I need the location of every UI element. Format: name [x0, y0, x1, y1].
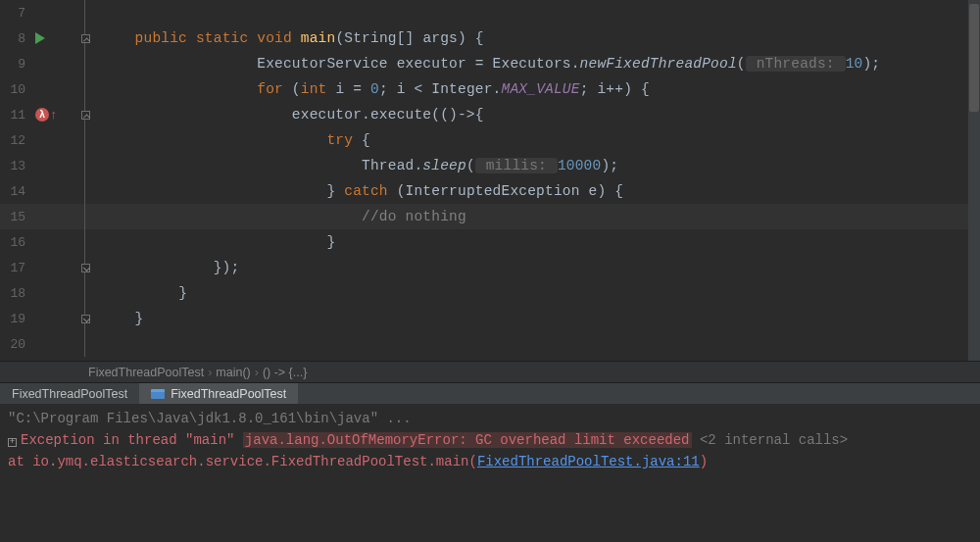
- run-tab-bar: FixedThreadPoolTest FixedThreadPoolTest: [0, 382, 980, 404]
- parameter-hint: millis:: [475, 158, 558, 173]
- recursion-gutter-icon[interactable]: λ: [35, 108, 49, 122]
- code-line-current[interactable]: 15 //do nothing: [0, 204, 980, 229]
- line-number: 12: [0, 133, 31, 148]
- console-line: +Exception in thread "main" java.lang.Ou…: [8, 429, 972, 451]
- chevron-right-icon: ›: [204, 366, 216, 379]
- code-line[interactable]: 8 public static void main(String[] args)…: [0, 25, 980, 51]
- fold-toggle-icon[interactable]: [81, 34, 90, 43]
- code-text: }: [96, 306, 980, 331]
- fold-toggle-icon[interactable]: [81, 315, 90, 323]
- code-text: } catch (InterruptedException e) {: [96, 178, 980, 204]
- line-number: 11: [0, 108, 31, 123]
- line-number: 20: [0, 337, 31, 352]
- code-line[interactable]: 20: [0, 331, 980, 357]
- code-text: Thread.sleep( millis: 10000);: [96, 153, 980, 178]
- breadcrumb[interactable]: () -> {...}: [263, 366, 308, 379]
- chevron-right-icon: ›: [251, 366, 263, 379]
- line-number: 8: [0, 31, 31, 46]
- line-number: 7: [0, 6, 31, 21]
- code-line[interactable]: 13 Thread.sleep( millis: 10000);: [0, 153, 980, 178]
- editor-scrollbar[interactable]: [968, 0, 980, 361]
- run-gutter-icon[interactable]: [35, 32, 45, 44]
- line-number: 18: [0, 286, 31, 301]
- console-line: at io.ymq.elasticsearch.service.FixedThr…: [8, 451, 972, 472]
- fold-toggle-icon[interactable]: [81, 264, 90, 272]
- up-arrow-icon: ↑: [50, 108, 58, 123]
- line-number: 16: [0, 235, 31, 250]
- tab-label: FixedThreadPoolTest: [171, 387, 286, 401]
- code-line[interactable]: 9 ExecutorService executor = Executors.n…: [0, 51, 980, 76]
- code-text: }: [96, 280, 980, 306]
- line-number: 13: [0, 159, 31, 173]
- line-number: 17: [0, 261, 31, 275]
- code-line[interactable]: 18 }: [0, 280, 980, 306]
- code-line[interactable]: 12 try {: [0, 127, 980, 153]
- code-line[interactable]: 17 });: [0, 255, 980, 280]
- run-console[interactable]: "C:\Program Files\Java\jdk1.8.0_161\bin\…: [0, 404, 980, 542]
- expand-icon[interactable]: +: [8, 438, 17, 447]
- line-number: 9: [0, 57, 31, 72]
- scroll-thumb[interactable]: [969, 4, 979, 112]
- line-number: 14: [0, 184, 31, 199]
- code-line[interactable]: 11 λ↑ executor.execute(()->{: [0, 102, 980, 127]
- breadcrumb[interactable]: FixedThreadPoolTest: [88, 366, 204, 379]
- breadcrumb[interactable]: main(): [216, 366, 250, 379]
- code-editor[interactable]: 7 8 public static void main(String[] arg…: [0, 0, 980, 361]
- code-line[interactable]: 10 for (int i = 0; i < Integer.MAX_VALUE…: [0, 76, 980, 102]
- fold-toggle-icon[interactable]: [81, 111, 90, 120]
- code-line[interactable]: 19 }: [0, 306, 980, 331]
- tab-label: FixedThreadPoolTest: [12, 387, 127, 401]
- parameter-hint: nThreads:: [746, 56, 846, 72]
- code-text: }: [96, 229, 980, 255]
- code-text: });: [96, 255, 980, 280]
- code-text: public static void main(String[] args) {: [96, 25, 980, 51]
- stacktrace-link[interactable]: FixedThreadPoolTest.java:11: [477, 454, 700, 469]
- code-text: ExecutorService executor = Executors.new…: [96, 51, 980, 76]
- line-number: 15: [0, 210, 31, 224]
- run-config-icon: [151, 389, 165, 399]
- code-line[interactable]: 14 } catch (InterruptedException e) {: [0, 178, 980, 204]
- code-line[interactable]: 16 }: [0, 229, 980, 255]
- run-tab-active[interactable]: FixedThreadPoolTest: [139, 383, 298, 404]
- line-number: 10: [0, 82, 31, 97]
- code-text: executor.execute(()->{: [96, 102, 980, 127]
- code-text: for (int i = 0; i < Integer.MAX_VALUE; i…: [96, 76, 980, 102]
- line-number: 19: [0, 312, 31, 326]
- code-line[interactable]: 7: [0, 0, 980, 25]
- breadcrumbs-bar: FixedThreadPoolTest › main() › () -> {..…: [0, 361, 980, 382]
- code-text: try {: [96, 127, 980, 153]
- code-text: //do nothing: [96, 204, 980, 229]
- console-line: "C:\Program Files\Java\jdk1.8.0_161\bin\…: [8, 408, 972, 429]
- run-tab[interactable]: FixedThreadPoolTest: [0, 383, 139, 404]
